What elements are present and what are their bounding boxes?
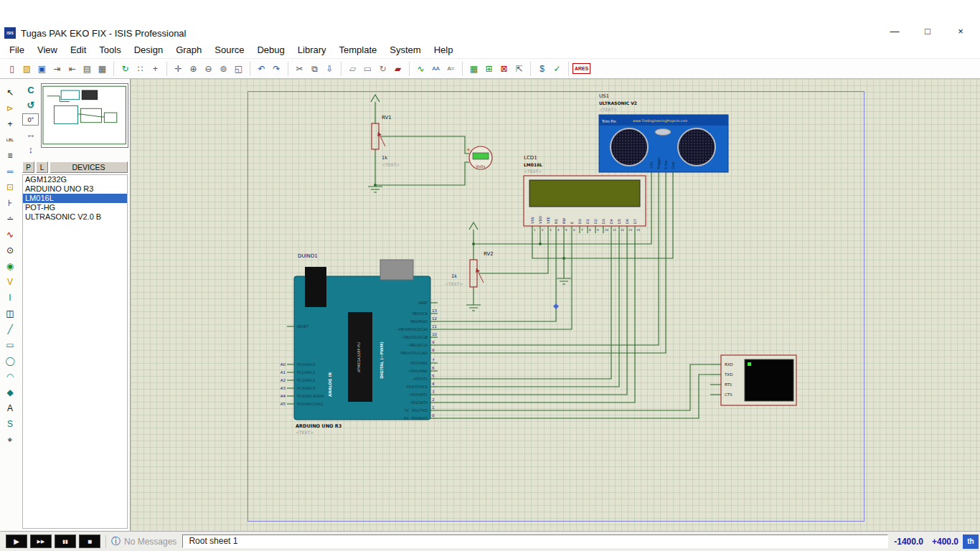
- origin-icon[interactable]: +: [148, 62, 163, 76]
- design-explorer-icon[interactable]: ▦: [466, 62, 481, 76]
- remove-sheet-icon[interactable]: ⊠: [496, 62, 512, 76]
- wire-label-mode-icon[interactable]: LBL: [1, 132, 19, 147]
- wire-autorouter-icon[interactable]: ∿: [413, 62, 428, 76]
- property-assignment-tool-icon[interactable]: A=: [443, 62, 458, 76]
- undo-icon[interactable]: ↶: [254, 62, 269, 76]
- rotate-anticlockwise-icon[interactable]: ↺: [24, 98, 38, 111]
- virtual-instruments-mode-icon[interactable]: ◫: [1, 306, 19, 321]
- us1-ultrasonic-sensor[interactable]: Trim Pin www.TheEngineeringProjects.com …: [599, 93, 728, 172]
- new-sheet-icon[interactable]: ⊞: [481, 62, 496, 76]
- current-probe-mode-icon[interactable]: I: [1, 290, 19, 305]
- 2d-circle-icon[interactable]: ◯: [1, 353, 19, 368]
- menu-bar: FileViewEditToolsDesignGraphSourceDebugL…: [0, 42, 980, 59]
- toggle-grid-icon[interactable]: ∷: [133, 62, 148, 76]
- arduino-pin-name: ~PB3/MOSI/OC2A: [396, 327, 428, 331]
- device-item[interactable]: AGM1232G: [23, 175, 127, 184]
- menu-item-library[interactable]: Library: [291, 42, 333, 57]
- rv1-potentiometer[interactable]: RV1 1k <TEXT>: [372, 115, 400, 167]
- stop-button[interactable]: ■: [79, 534, 100, 548]
- subcircuit-mode-icon[interactable]: ⊡: [1, 179, 19, 194]
- search-tag-icon[interactable]: AA: [428, 62, 443, 76]
- device-pin-mode-icon[interactable]: ∸: [1, 211, 19, 226]
- print-design-icon[interactable]: ▤: [80, 62, 95, 76]
- volts-meter[interactable]: + Volts: [466, 146, 492, 169]
- rv2-potentiometer[interactable]: RV2 1k <TEXT>: [445, 251, 494, 287]
- redo-icon[interactable]: ↷: [269, 62, 284, 76]
- graph-mode-icon[interactable]: ∿: [1, 227, 19, 242]
- minimize-button[interactable]: —: [878, 22, 911, 40]
- ultrasonic-pin-name: Echo: [664, 161, 668, 169]
- bill-of-materials-icon[interactable]: $: [534, 62, 550, 76]
- cut-icon[interactable]: ✂: [292, 62, 307, 76]
- device-item[interactable]: POT-HG: [23, 203, 127, 212]
- menu-item-tools[interactable]: Tools: [93, 42, 127, 57]
- bus-mode-icon[interactable]: ═: [1, 164, 19, 179]
- selection-mode-icon[interactable]: ↖: [1, 85, 19, 100]
- generator-mode-icon[interactable]: ◉: [1, 258, 19, 273]
- netlist-to-ares-icon[interactable]: ARES: [573, 63, 590, 74]
- menu-item-template[interactable]: Template: [333, 42, 384, 57]
- menu-item-view[interactable]: View: [31, 42, 64, 57]
- lcd-pin-number: 4: [557, 228, 560, 232]
- save-design-icon[interactable]: ▣: [34, 62, 50, 76]
- redraw-icon[interactable]: ↻: [118, 62, 133, 76]
- pan-icon[interactable]: ✛: [171, 62, 186, 76]
- preview-thumbnail[interactable]: [41, 83, 128, 148]
- schematic-canvas[interactable]: RV1 1k <TEXT> + Volts RV2 1k <TEXT>: [131, 79, 980, 531]
- tape-recorder-mode-icon[interactable]: ⊙: [1, 242, 19, 258]
- menu-item-graph[interactable]: Graph: [169, 42, 208, 57]
- new-design-icon[interactable]: ▯: [4, 62, 19, 76]
- maximize-button[interactable]: □: [911, 22, 944, 40]
- import-section-icon[interactable]: ⇥: [50, 62, 65, 76]
- pause-button[interactable]: ▮▮: [55, 534, 76, 548]
- goto-sheet-icon[interactable]: ⇱: [512, 62, 527, 76]
- block-rotate-icon[interactable]: ↻: [375, 62, 390, 76]
- 2d-box-icon[interactable]: ▭: [1, 337, 19, 352]
- 2d-line-icon[interactable]: ╱: [1, 321, 19, 336]
- menu-item-design[interactable]: Design: [128, 42, 169, 57]
- junction-dot-mode-icon[interactable]: +: [1, 116, 19, 131]
- copy-icon[interactable]: ⧉: [307, 62, 322, 76]
- zoom-all-icon[interactable]: ⊚: [216, 62, 231, 76]
- export-section-icon[interactable]: ⇤: [65, 62, 80, 76]
- library-manager-button[interactable]: L: [36, 161, 48, 173]
- 2d-marker-icon[interactable]: ⌖: [1, 432, 19, 447]
- electrical-rules-check-icon[interactable]: ✓: [550, 62, 565, 76]
- block-copy-icon[interactable]: ▱: [345, 62, 360, 76]
- zoom-area-icon[interactable]: ◱: [231, 62, 246, 76]
- terminal-mode-icon[interactable]: ⊦: [1, 195, 19, 210]
- device-item[interactable]: ARDUINO UNO R3: [23, 184, 127, 194]
- 2d-path-icon[interactable]: ◆: [1, 385, 19, 400]
- block-move-icon[interactable]: ▭: [360, 62, 375, 76]
- menu-item-edit[interactable]: Edit: [64, 42, 93, 57]
- rotate-clockwise-icon[interactable]: C: [24, 83, 38, 96]
- menu-item-system[interactable]: System: [383, 42, 427, 57]
- arduino-pin-number: 3: [432, 390, 435, 394]
- mark-output-area-icon[interactable]: ▦: [95, 62, 110, 76]
- menu-item-help[interactable]: Help: [428, 42, 460, 57]
- device-item[interactable]: ULTRASONIC V2.0 B: [23, 212, 127, 222]
- open-design-icon[interactable]: ▨: [19, 62, 34, 76]
- component-mode-icon[interactable]: ⊳: [1, 100, 19, 116]
- pick-devices-button[interactable]: P: [22, 161, 34, 173]
- device-item[interactable]: LM016L: [23, 194, 127, 203]
- mirror-y-icon[interactable]: ↕: [24, 143, 38, 156]
- menu-item-file[interactable]: File: [3, 42, 31, 57]
- menu-item-debug[interactable]: Debug: [250, 42, 291, 57]
- 2d-symbol-icon[interactable]: S: [1, 416, 19, 431]
- play-button[interactable]: ▶: [6, 534, 27, 548]
- text-script-mode-icon[interactable]: ≡: [1, 148, 19, 163]
- device-list[interactable]: AGM1232GARDUINO UNO R3LM016LPOT-HGULTRAS…: [22, 174, 128, 529]
- 2d-arc-icon[interactable]: ◠: [1, 369, 19, 384]
- paste-icon[interactable]: ⇩: [322, 62, 337, 76]
- rotation-angle-field[interactable]: 0°: [22, 113, 39, 126]
- menu-item-source[interactable]: Source: [208, 42, 250, 57]
- 2d-text-icon[interactable]: A: [1, 400, 19, 415]
- step-button[interactable]: ▶▶: [30, 534, 52, 548]
- voltage-probe-mode-icon[interactable]: V: [1, 274, 19, 289]
- zoom-out-icon[interactable]: ⊖: [201, 62, 216, 76]
- zoom-in-icon[interactable]: ⊕: [186, 62, 201, 76]
- close-button[interactable]: ×: [944, 22, 977, 40]
- block-delete-icon[interactable]: ▰: [390, 62, 405, 76]
- mirror-x-icon[interactable]: ↔: [24, 128, 38, 141]
